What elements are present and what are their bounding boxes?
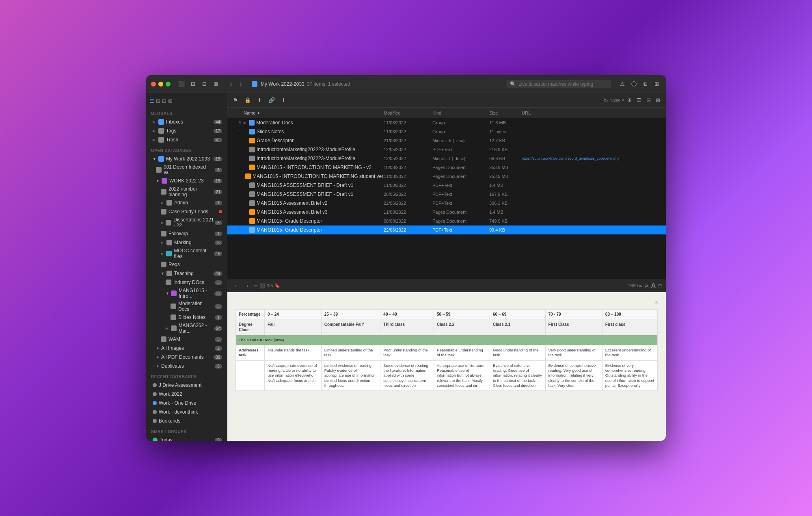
download-button[interactable]: ⬇ [280, 96, 287, 104]
highlight-icon[interactable]: ⬛ [259, 283, 265, 288]
column-view-button[interactable]: ⊟ [645, 96, 652, 104]
col-header-modified[interactable]: Modified [384, 111, 432, 115]
sidebar-item-moderation-docs[interactable]: Moderation Docs 5 [148, 300, 225, 313]
col-header-kind[interactable]: Kind [432, 111, 489, 115]
sidebar-item-wam[interactable]: WAM 3 [148, 335, 225, 344]
content-pane: ⚑ 🔒 ⬆ 🔗 ⬇ by Name ▾ ⊞ ☰ ⊟ ⊠ Name [227, 93, 666, 441]
lock-button[interactable]: 🔒 [243, 96, 253, 104]
filename-text: MANG1015 ASSESSMENT BRIEF - Draft v1 [257, 191, 354, 197]
table-row-selected[interactable]: MANG1015- Grade Descriptor 22/06/2022 PD… [227, 225, 666, 234]
sidebar-item-mang1015[interactable]: ▼ MANG1015 - Intro... 21 [148, 287, 225, 300]
icon-view-icon[interactable]: ⊞ [156, 98, 160, 104]
col-header-size[interactable]: Size [489, 111, 522, 115]
table-row[interactable]: 5 ▶ Moderation Docs 11/08/2022 Group 11.… [227, 118, 666, 127]
sidebar-item-regs[interactable]: Regs [148, 260, 225, 269]
view-columns-icon[interactable]: ⊞ [652, 80, 661, 89]
table-row[interactable]: Grade Descriptor 21/06/2022 Micros...k (… [227, 136, 666, 145]
table-row[interactable]: MANG1015 ASSESSMENT BRIEF - Draft v1 26/… [227, 190, 666, 199]
maximize-button[interactable] [166, 82, 171, 87]
sidebar-item-all-pdf[interactable]: ✦ All PDF Documents 30 [148, 353, 225, 362]
sidebar-item-work-2022-r[interactable]: Work 2022 [148, 390, 225, 399]
table-row[interactable]: MANG1015 Assessment Brief v3 11/08/2022 … [227, 208, 666, 217]
sidebar-item-001-devon[interactable]: 001 Devon Indexed W... 6 [148, 163, 225, 176]
sidebar-item-mooc[interactable]: ▶ MOOC content files 15 [148, 247, 225, 260]
split-icon[interactable]: ⧉ [641, 80, 650, 89]
font-smaller-icon[interactable]: A [645, 282, 648, 289]
breadcrumb-title: My Work 2022-2033 [261, 81, 304, 87]
cover-view-button[interactable]: ⊠ [654, 96, 662, 104]
sidebar-item-admin[interactable]: ▶ Admin 7 [148, 198, 225, 207]
three-col-icon[interactable]: ⊟ [162, 98, 166, 104]
alert-icon[interactable]: ⚠ [618, 80, 627, 89]
work-2022-badge: 15 [214, 179, 222, 183]
table-row[interactable]: IntroductiontoMarketing202223-ModuleProf… [227, 154, 666, 163]
search-bar[interactable]: 🔍 [506, 80, 611, 88]
minimize-button[interactable] [158, 82, 163, 87]
sidebar-item-marking[interactable]: ▶ Marking 8 [148, 238, 225, 247]
table-row[interactable]: MANG1015 - INTRODUCTION TO MARKETING stu… [227, 172, 666, 181]
sidebar-item-industry-docs[interactable]: Industry DOcs 3 [148, 278, 225, 287]
share-button[interactable]: ⬆ [256, 96, 263, 104]
sidebar-item-j-drive[interactable]: J Drive Assessment [148, 381, 225, 390]
four-col-icon[interactable]: ⊠ [168, 98, 173, 104]
table-row[interactable]: MANG1015 - INTRODUCTION TO MARKETING - v… [227, 163, 666, 172]
col-modified-label: Modified [384, 111, 401, 115]
sidebar-item-work-devonthink[interactable]: Work - devonthink [148, 408, 225, 416]
arrow-icon: ▶ [153, 129, 157, 133]
degree-comp-fail: Compensatable Fail* [321, 319, 380, 335]
sidebar-item-duplicates[interactable]: ✦ Duplicates 8 [148, 362, 225, 371]
admin-icon [166, 200, 172, 206]
sidebar-item-tags[interactable]: ▶ Tags 17 [148, 126, 225, 135]
preview-back-btn[interactable]: ‹ [231, 281, 240, 290]
sidebar-item-planning[interactable]: 2022 number planning 21 [148, 185, 225, 198]
sidebar-item-my-work[interactable]: ▼ My Work 2022-2033 15 [148, 154, 225, 163]
criterion-label-2 [236, 360, 265, 391]
sidebar-item-all-images[interactable]: ✦ All Images 2 [148, 344, 225, 353]
sidebar-item-mang6262[interactable]: ▶ MANG6262 - Mar... 24 [148, 322, 225, 335]
col-header-url[interactable]: URL [522, 111, 662, 115]
table-row[interactable]: IntroductiontoMarketing202223-ModuleProf… [227, 145, 666, 154]
sidebar-item-work-2022[interactable]: ▼ WORK 2022-23 15 [148, 176, 225, 185]
table-row[interactable]: MANG1015- Grade Descriptor 08/08/2022 Pa… [227, 217, 666, 225]
sidebar-item-slides-notes[interactable]: Slides Notes 1 [148, 313, 225, 322]
sidebar-toggle-icon[interactable]: ⬛ [177, 80, 186, 89]
sidebar-item-dissertations[interactable]: ▶ Dissertations 2021 - 22 8 [148, 216, 225, 229]
search-input[interactable] [518, 81, 607, 87]
sidebar-item-bookends[interactable]: Bookends [148, 416, 225, 425]
sidebar-item-trash[interactable]: ▶ Trash 41 [148, 135, 225, 144]
sidebar-item-inboxes[interactable]: ▶ Inboxes 44 [148, 117, 225, 126]
col-header-name[interactable]: Name ▲ [244, 111, 384, 115]
file-kind: PDF+Text [432, 183, 489, 188]
close-button[interactable] [151, 82, 156, 87]
table-row[interactable]: MANG1015 Assessment Brief v2 22/06/2022 … [227, 199, 666, 208]
font-larger-icon[interactable]: A [651, 282, 656, 289]
degree-2-1: Class 2.1 [490, 319, 545, 335]
sidebar-item-case-study[interactable]: Case Study Leads [148, 207, 225, 216]
annotate-icon[interactable]: ✏ [254, 283, 258, 288]
view-icon-3[interactable]: ⊠ [211, 80, 220, 89]
file-list-header: Name ▲ Modified Kind Size URL [227, 108, 666, 118]
link-button[interactable]: 🔗 [267, 96, 276, 104]
forward-button[interactable]: › [236, 80, 245, 89]
sidebar-item-work-onedrive[interactable]: Work - One Drive [148, 399, 225, 408]
list-view-button[interactable]: ☰ [635, 96, 643, 104]
sidebar-item-followup[interactable]: Followup 1 [148, 229, 225, 238]
list-view-icon[interactable]: ☰ [149, 98, 154, 104]
table-row[interactable]: MANG1015 ASSESSMENT BRIEF - Draft v1 11/… [227, 181, 666, 190]
info-icon[interactable]: ⓘ [629, 80, 638, 89]
file-date: 11/08/2022 [384, 183, 432, 188]
back-button[interactable]: ‹ [227, 80, 235, 89]
expand-icon[interactable]: ▶ [244, 121, 246, 125]
sidebar-item-teaching[interactable]: ▼ Teaching 48 [148, 269, 225, 278]
grid-view-button[interactable]: ⊞ [626, 96, 633, 104]
view-icon-1[interactable]: ⊞ [188, 80, 197, 89]
table-row[interactable]: 1 Slides Notes 11/08/2022 Group 11 bytes [227, 127, 666, 136]
file-list: 5 ▶ Moderation Docs 11/08/2022 Group 11.… [227, 118, 666, 280]
sidebar-item-today[interactable]: Today 9 [148, 436, 225, 441]
arrow-down-icon: ▼ [156, 179, 160, 183]
justify-icon[interactable]: ⊟ [658, 283, 662, 288]
bookmark-icon[interactable]: 🔖 [274, 283, 280, 288]
preview-forward-btn[interactable]: › [243, 281, 252, 290]
view-icon-2[interactable]: ⊟ [200, 80, 209, 89]
flag-button[interactable]: ⚑ [231, 96, 240, 104]
